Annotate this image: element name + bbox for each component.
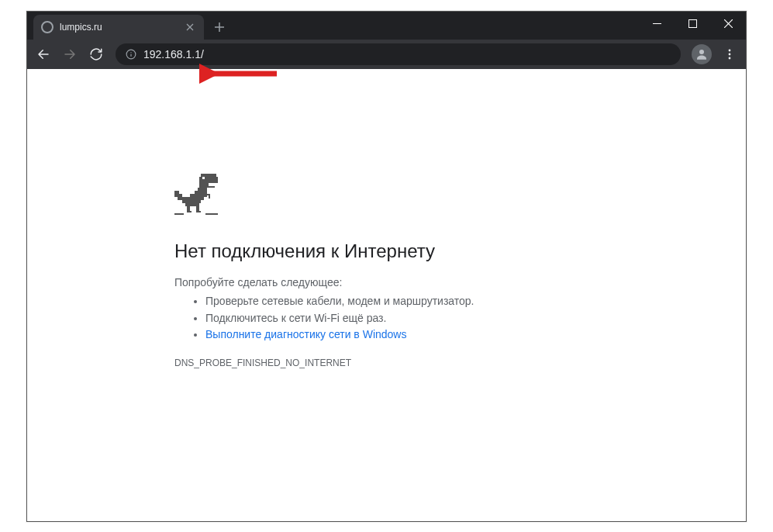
- svg-rect-34: [202, 177, 205, 179]
- svg-rect-19: [199, 186, 215, 188]
- error-page: Нет подключения к Интернету Попробуйте с…: [174, 174, 593, 368]
- svg-point-13: [729, 54, 731, 56]
- error-title: Нет подключения к Интернету: [174, 240, 593, 262]
- site-info-icon[interactable]: [125, 48, 137, 60]
- menu-button[interactable]: [718, 43, 741, 66]
- back-button[interactable]: [32, 43, 55, 66]
- svg-rect-23: [205, 194, 210, 195]
- page-content: Нет подключения к Интернету Попробуйте с…: [27, 69, 746, 521]
- svg-rect-17: [199, 180, 218, 183]
- svg-rect-31: [196, 206, 199, 211]
- svg-rect-15: [201, 174, 216, 177]
- error-subtitle: Попробуйте сделать следующее:: [174, 276, 593, 288]
- svg-rect-32: [187, 211, 192, 212]
- minimize-button[interactable]: [639, 12, 675, 35]
- browser-window: lumpics.ru: [26, 11, 747, 522]
- svg-point-12: [729, 50, 731, 52]
- reload-button[interactable]: [85, 43, 108, 66]
- close-window-button[interactable]: [710, 12, 746, 35]
- svg-point-14: [729, 57, 731, 60]
- forward-button[interactable]: [58, 43, 81, 66]
- list-item: Проверьте сетевые кабели, модем и маршру…: [205, 293, 593, 310]
- svg-rect-5: [688, 19, 696, 27]
- list-item: Выполните диагностику сети в Windows: [205, 326, 593, 344]
- browser-tab[interactable]: lumpics.ru: [33, 15, 204, 40]
- svg-rect-28: [182, 200, 201, 203]
- svg-rect-29: [185, 203, 199, 206]
- dino-icon[interactable]: [174, 174, 593, 219]
- window-controls: [639, 12, 746, 35]
- svg-rect-24: [209, 195, 210, 199]
- maximize-button[interactable]: [675, 12, 710, 35]
- toolbar: 192.168.1.1/: [27, 40, 746, 69]
- titlebar: lumpics.ru: [27, 12, 746, 40]
- error-suggestions: Проверьте сетевые кабели, модем и маршру…: [174, 293, 593, 344]
- tab-title: lumpics.ru: [60, 22, 178, 33]
- url-text: 192.168.1.1/: [143, 48, 204, 60]
- svg-rect-16: [199, 177, 218, 180]
- list-item: Подключитесь к сети Wi-Fi ещё раз.: [205, 310, 593, 327]
- globe-icon: [41, 21, 53, 33]
- svg-rect-33: [196, 211, 201, 212]
- svg-rect-22: [190, 194, 207, 197]
- svg-rect-25: [181, 197, 204, 200]
- svg-rect-27: [174, 191, 179, 197]
- profile-avatar[interactable]: [692, 44, 712, 64]
- close-tab-icon[interactable]: [184, 21, 196, 33]
- address-bar[interactable]: 192.168.1.1/: [116, 43, 681, 65]
- svg-rect-18: [199, 183, 209, 186]
- svg-point-11: [699, 50, 704, 54]
- svg-rect-21: [195, 191, 207, 194]
- svg-rect-30: [187, 206, 190, 211]
- error-code: DNS_PROBE_FINISHED_NO_INTERNET: [174, 358, 593, 368]
- svg-rect-20: [198, 188, 207, 191]
- new-tab-button[interactable]: [209, 16, 230, 38]
- diagnostics-link[interactable]: Выполните диагностику сети в Windows: [205, 328, 406, 340]
